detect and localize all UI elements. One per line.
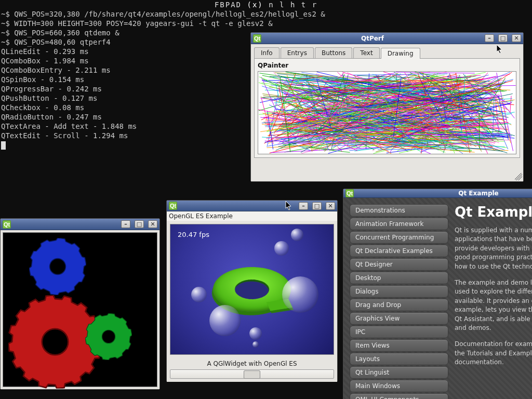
mouse-cursor-icon	[285, 201, 292, 211]
sidebar-item[interactable]: QML UI Components	[350, 393, 448, 399]
close-button[interactable]: ✕	[512, 34, 521, 42]
window-qtperf[interactable]: Qt QtPerf – □ ✕ InfoEntrysButtonsTextDra…	[250, 32, 524, 182]
gears-body	[1, 230, 159, 389]
bubble-icon	[291, 229, 303, 241]
tab-buttons[interactable]: Buttons	[315, 47, 352, 58]
sidebar-item[interactable]: Item Views	[350, 339, 448, 352]
qt-logo-icon: Qt	[169, 202, 177, 210]
close-button[interactable]: ✕	[148, 220, 157, 228]
tab-text[interactable]: Text	[353, 47, 379, 58]
sidebar-item[interactable]: Qt Declarative Examples	[350, 245, 448, 257]
svg-line-124	[396, 72, 475, 73]
window-opengl-es[interactable]: Qt – □ ✕ OpenGL ES Example 20.47 fps	[166, 200, 338, 382]
fbpad-selected: (x)	[247, 1, 263, 9]
terminal-line: ~$ QWS_POS=320,380 /fb/share/qt4/example…	[1, 9, 531, 19]
opengl-body: OpenGL ES Example 20.47 fps A QGlWidget …	[167, 211, 337, 382]
bubble-icon	[274, 241, 289, 256]
titlebar-gears[interactable]: Qt – □ ✕	[1, 219, 159, 230]
qtex-heading: Qt Example	[455, 204, 532, 220]
gl-caption: A QGlWidget with OpenGl ES	[167, 358, 337, 368]
svg-line-546	[337, 123, 387, 123]
sidebar-item[interactable]: Graphics View	[350, 312, 448, 325]
sidebar-item[interactable]: IPC	[350, 326, 448, 338]
fbpad-header: FBPAD (x) n l h t r	[1, 0, 531, 9]
tab-info[interactable]: Info	[254, 47, 280, 58]
bubble-icon	[252, 341, 259, 348]
qtex-body-wrap: DemonstrationsAnimation FrameworkConcurr…	[343, 198, 532, 399]
close-button[interactable]: ✕	[326, 202, 335, 210]
bubble-icon	[191, 287, 207, 302]
window-qt-examples[interactable]: Qt Qt Example DemonstrationsAnimation Fr…	[343, 189, 532, 399]
terminal-cursor	[1, 141, 6, 150]
bubble-icon	[249, 327, 262, 340]
terminal-line: ~$ WIDTH=300 HEIGHT=300 POSY=420 yagears…	[1, 19, 531, 28]
sidebar-item[interactable]: Layouts	[350, 353, 448, 365]
svg-line-501	[307, 81, 490, 82]
qpainter-canvas	[258, 71, 516, 154]
minimize-button[interactable]: –	[485, 34, 494, 42]
sidebar-item[interactable]: Main Windows	[350, 380, 448, 392]
titlebar-opengl[interactable]: Qt – □ ✕	[167, 201, 337, 211]
tab-drawing[interactable]: Drawing	[381, 48, 420, 59]
bubble-icon	[282, 276, 318, 313]
gears-canvas	[3, 232, 157, 387]
maximize-button[interactable]: □	[498, 34, 508, 42]
fps-label: 20.47 fps	[178, 231, 209, 238]
resize-grip[interactable]	[515, 173, 522, 180]
tab-page: QPainter	[254, 58, 520, 158]
gear-blue-icon	[29, 238, 86, 295]
fbpad-rest: n l h t r	[263, 1, 317, 9]
sidebar-item[interactable]: Qt Linguist	[350, 366, 448, 379]
sidebar-item[interactable]: Animation Framework	[350, 218, 448, 230]
gear-green-icon	[85, 313, 132, 360]
window-gears[interactable]: Qt – □ ✕	[0, 218, 160, 390]
qpainter-label: QPainter	[258, 62, 516, 69]
minimize-button[interactable]: –	[121, 220, 130, 228]
qtex-paragraph: Qt is supplied with a number of example …	[455, 226, 532, 271]
sidebar-item[interactable]: Desktop	[350, 272, 448, 284]
maximize-button[interactable]: □	[135, 220, 144, 228]
fbpad-prefix: FBPAD	[215, 1, 247, 9]
qtex-body: DemonstrationsAnimation FrameworkConcurr…	[343, 198, 532, 399]
window-title: QtPerf	[264, 35, 481, 42]
window-body: InfoEntrysButtonsTextDrawing QPainter	[251, 44, 523, 181]
qtex-paragraph: The example and demo launcher can be use…	[455, 278, 532, 332]
gl-3d-scene: 20.47 fps	[170, 224, 334, 354]
tab-entrys[interactable]: Entrys	[281, 47, 314, 58]
bubble-icon	[209, 305, 241, 336]
sidebar-item[interactable]: Demonstrations	[350, 204, 448, 217]
titlebar-qtperf[interactable]: Qt QtPerf – □ ✕	[251, 33, 523, 44]
opengl-header: OpenGL ES Example	[167, 211, 337, 221]
window-title: Qt Example	[357, 190, 532, 197]
sidebar-item[interactable]: Dialogs	[350, 285, 448, 298]
qt-logo-icon: Qt	[345, 189, 354, 197]
glwidget[interactable]: 20.47 fps	[170, 224, 334, 355]
svg-line-376	[503, 100, 504, 101]
sidebar-item[interactable]: Concurrent Programming	[350, 231, 448, 244]
sidebar-item[interactable]: Qt Designer	[350, 258, 448, 271]
titlebar-qtexamples[interactable]: Qt Qt Example	[343, 189, 532, 198]
qtex-main: Qt Example Qt is supplied with a number …	[455, 204, 532, 399]
gl-slider[interactable]	[170, 369, 334, 379]
minimize-button[interactable]: –	[299, 202, 308, 210]
qt-logo-icon: Qt	[3, 220, 11, 229]
qtex-paragraph: Documentation for examples can be found …	[455, 340, 532, 367]
maximize-button[interactable]: □	[312, 202, 322, 210]
qtex-sidebar: DemonstrationsAnimation FrameworkConcurr…	[350, 204, 448, 399]
qt-logo-icon: Qt	[253, 34, 261, 43]
sidebar-item[interactable]: Drag and Drop	[350, 299, 448, 311]
tabbar: InfoEntrysButtonsTextDrawing	[251, 44, 523, 58]
